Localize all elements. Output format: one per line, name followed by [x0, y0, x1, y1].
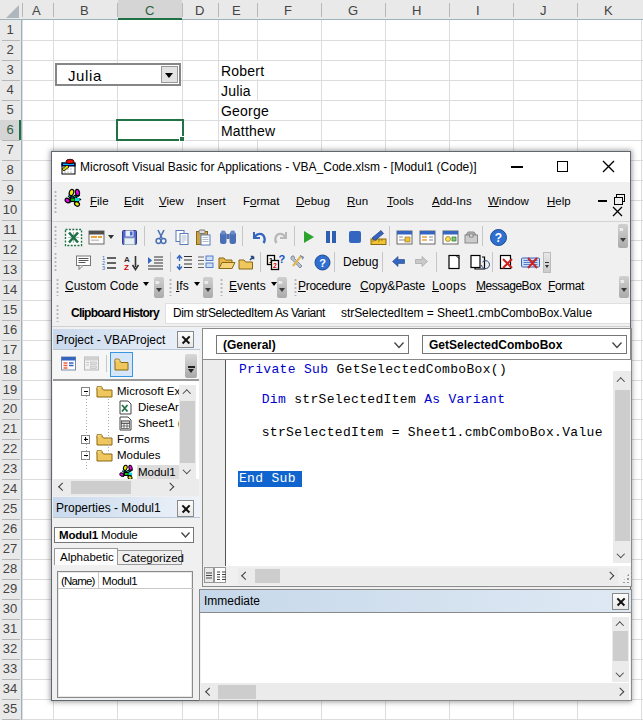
svg-text:?: ?	[279, 253, 286, 265]
svg-text:?: ?	[319, 257, 326, 269]
svg-text:Z: Z	[124, 263, 129, 272]
svg-text:2: 2	[273, 262, 277, 269]
svg-text:3: 3	[102, 265, 105, 271]
svg-text:?: ?	[495, 231, 502, 245]
